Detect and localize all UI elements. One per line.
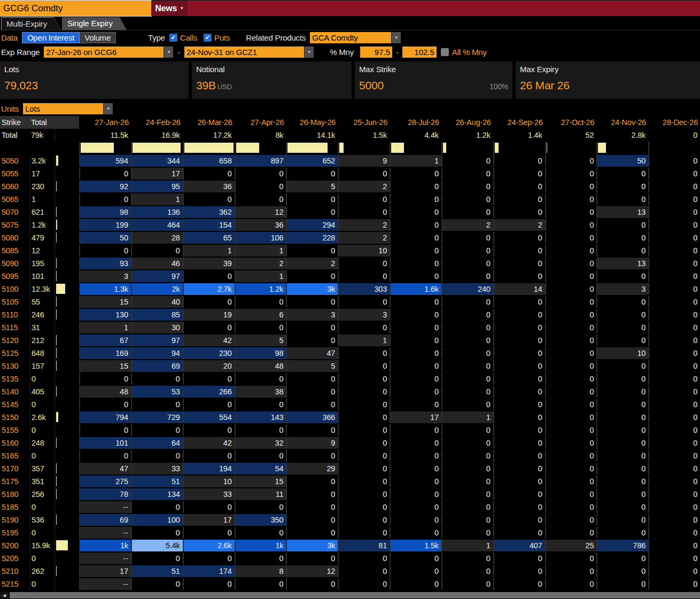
oi-cell[interactable]: 0 xyxy=(545,501,597,513)
horizontal-scrollbar[interactable]: ◀ xyxy=(0,592,700,599)
oi-cell[interactable]: 3k xyxy=(286,540,338,551)
oi-cell[interactable]: 0 xyxy=(390,450,441,462)
oi-cell[interactable]: 0 xyxy=(441,347,493,359)
oi-cell[interactable]: 0 xyxy=(493,488,545,500)
oi-cell[interactable]: 0 xyxy=(545,334,597,346)
oi-cell[interactable]: 0 xyxy=(286,450,338,462)
oi-cell[interactable]: 0 xyxy=(390,501,441,513)
oi-cell[interactable]: 1 xyxy=(338,334,390,346)
oi-cell[interactable]: 0 xyxy=(648,373,700,385)
oi-cell[interactable]: 0 xyxy=(596,245,648,256)
expiry-column-header[interactable]: 24-Feb-26 xyxy=(131,116,183,129)
oi-cell[interactable]: 0 xyxy=(79,424,131,436)
oi-cell[interactable]: 0 xyxy=(441,565,493,577)
oi-cell[interactable]: 0 xyxy=(441,553,493,564)
oi-cell[interactable]: 0 xyxy=(390,258,441,269)
oi-cell[interactable]: 0 xyxy=(648,219,700,231)
oi-cell[interactable]: 0 xyxy=(545,360,597,372)
oi-cell[interactable]: 0 xyxy=(493,232,545,244)
oi-cell[interactable]: 0 xyxy=(596,270,648,282)
expiry-column-header[interactable]: 28-Dec-26 xyxy=(648,116,700,129)
oi-cell[interactable]: 54 xyxy=(235,463,286,474)
oi-cell[interactable]: 0 xyxy=(338,296,390,308)
oi-cell[interactable]: 0 xyxy=(596,193,648,205)
oi-cell[interactable]: 0 xyxy=(648,245,700,256)
oi-cell[interactable]: 0 xyxy=(390,309,441,321)
oi-cell[interactable]: 28 xyxy=(131,232,183,244)
oi-cell[interactable]: 0 xyxy=(235,399,286,410)
oi-cell[interactable]: 0 xyxy=(390,360,441,372)
oi-cell[interactable]: 0 xyxy=(545,206,597,218)
expiry-column-header[interactable]: 27-Oct-26 xyxy=(545,116,597,129)
oi-cell[interactable]: 0 xyxy=(338,463,390,474)
exp-range-to-dropdown[interactable]: 24-Nov-31 on GCZ1 ▼ xyxy=(184,46,314,58)
oi-cell[interactable]: 0 xyxy=(596,411,648,423)
oi-cell[interactable]: 0 xyxy=(648,527,700,539)
oi-cell[interactable]: 0 xyxy=(338,411,390,423)
oi-cell[interactable]: 69 xyxy=(79,514,131,526)
oi-cell[interactable]: 0 xyxy=(545,168,597,180)
oi-cell[interactable]: 658 xyxy=(183,155,235,167)
expiry-column-header[interactable]: 28-Jul-26 xyxy=(390,116,441,129)
oi-cell[interactable]: 42 xyxy=(183,437,235,449)
oi-cell[interactable]: 3 xyxy=(596,283,648,295)
dropdown-arrow-icon[interactable]: ▼ xyxy=(391,32,401,43)
oi-cell[interactable]: 0 xyxy=(79,193,131,205)
oi-cell[interactable]: 0 xyxy=(338,527,390,539)
oi-cell[interactable]: 0 xyxy=(441,527,493,539)
oi-cell[interactable]: 0 xyxy=(493,181,545,192)
oi-cell[interactable]: 0 xyxy=(338,270,390,282)
oi-cell[interactable]: 0 xyxy=(545,245,597,256)
expiry-column-header[interactable]: 26-Aug-26 xyxy=(441,116,493,129)
oi-cell[interactable]: 0 xyxy=(183,168,235,180)
oi-cell[interactable]: 0 xyxy=(596,219,648,231)
oi-cell[interactable]: 652 xyxy=(286,155,338,167)
oi-cell[interactable]: 0 xyxy=(131,527,183,539)
oi-cell[interactable]: 0 xyxy=(131,450,183,462)
oi-cell[interactable]: 0 xyxy=(596,360,648,372)
oi-cell[interactable]: 0 xyxy=(545,424,597,436)
tab-single-expiry[interactable]: Single Expiry xyxy=(62,17,127,30)
oi-cell[interactable]: 2 xyxy=(338,181,390,192)
oi-cell[interactable]: 0 xyxy=(441,488,493,500)
oi-cell[interactable]: 0 xyxy=(648,155,700,167)
oi-cell[interactable]: 0 xyxy=(545,155,597,167)
oi-cell[interactable]: 0 xyxy=(235,296,286,308)
oi-cell[interactable]: 0 xyxy=(545,565,597,577)
oi-cell[interactable]: 130 xyxy=(79,309,131,321)
oi-cell[interactable]: 0 xyxy=(648,270,700,282)
oi-cell[interactable]: 0 xyxy=(286,578,338,590)
oi-cell[interactable]: 0 xyxy=(441,334,493,346)
oi-cell[interactable]: 0 xyxy=(286,399,338,410)
oi-cell[interactable]: 0 xyxy=(183,578,235,590)
oi-cell[interactable]: 0 xyxy=(493,553,545,564)
oi-cell[interactable]: 0 xyxy=(648,168,700,180)
oi-cell[interactable]: 0 xyxy=(235,193,286,205)
oi-cell[interactable]: 0 xyxy=(493,360,545,372)
oi-cell[interactable]: 0 xyxy=(493,168,545,180)
oi-cell[interactable]: 0 xyxy=(596,527,648,539)
oi-cell[interactable]: 19 xyxy=(183,309,235,321)
dropdown-arrow-icon[interactable]: ▼ xyxy=(103,103,113,114)
oi-cell[interactable]: 0 xyxy=(545,219,597,231)
oi-cell[interactable]: 0 xyxy=(493,322,545,333)
oi-cell[interactable]: 78 xyxy=(79,488,131,500)
oi-cell[interactable]: 15 xyxy=(79,360,131,372)
oi-cell[interactable]: 2 xyxy=(235,258,286,269)
oi-cell[interactable]: 0 xyxy=(338,565,390,577)
oi-cell[interactable]: 0 xyxy=(596,334,648,346)
oi-cell[interactable]: 0 xyxy=(648,386,700,398)
oi-cell[interactable]: 0 xyxy=(648,309,700,321)
oi-cell[interactable]: 0 xyxy=(493,437,545,449)
exp-range-from-dropdown[interactable]: 27-Jan-26 on GCG6 ▼ xyxy=(44,46,173,58)
oi-cell[interactable]: 0 xyxy=(286,334,338,346)
oi-cell[interactable]: 0 xyxy=(235,501,286,513)
oi-cell[interactable]: 194 xyxy=(183,463,235,474)
oi-cell[interactable]: 0 xyxy=(441,450,493,462)
oi-cell[interactable]: 0 xyxy=(441,193,493,205)
puts-checkbox[interactable]: ✔ xyxy=(204,34,212,42)
oi-cell[interactable]: 729 xyxy=(131,411,183,423)
oi-cell[interactable]: 0 xyxy=(235,450,286,462)
oi-cell[interactable]: 0 xyxy=(441,168,493,180)
oi-cell[interactable]: 1 xyxy=(441,540,493,551)
